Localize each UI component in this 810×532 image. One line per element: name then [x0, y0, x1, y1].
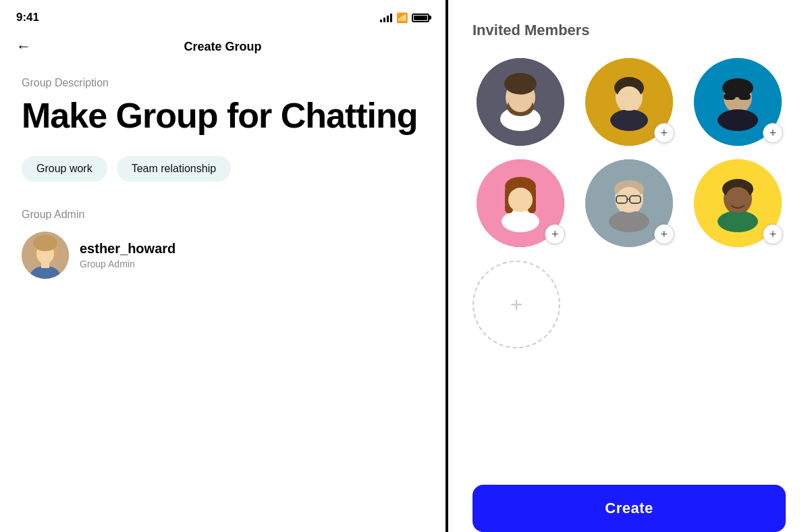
member-add-btn-4[interactable]: + — [545, 224, 565, 244]
page-title: Create Group — [184, 40, 261, 54]
svg-rect-5 — [41, 261, 49, 268]
svg-rect-22 — [738, 93, 751, 100]
member-item-2: + — [581, 58, 676, 146]
invited-members-title: Invited Members — [473, 22, 786, 39]
signal-icon — [380, 13, 392, 22]
add-member-placeholder[interactable]: + — [473, 261, 560, 348]
main-heading: Make Group for Chatting — [22, 97, 424, 134]
svg-point-19 — [718, 109, 758, 131]
add-member-row: + — [473, 261, 786, 348]
create-button[interactable]: Create — [473, 485, 786, 532]
svg-point-43 — [725, 187, 751, 213]
member-avatar-1 — [477, 58, 564, 146]
status-icons: 📶 — [380, 12, 429, 23]
member-add-btn-6[interactable]: + — [763, 224, 783, 244]
tag-group-work[interactable]: Group work — [22, 156, 107, 182]
member-add-btn-5[interactable]: + — [654, 224, 674, 244]
group-description-label: Group Description — [22, 77, 424, 89]
admin-avatar — [22, 232, 69, 279]
svg-point-16 — [617, 86, 641, 111]
right-panel: Invited Members — [446, 0, 810, 532]
status-time: 9:41 — [16, 11, 39, 24]
svg-rect-21 — [724, 93, 736, 100]
member-item-5: + — [581, 159, 676, 247]
battery-icon — [412, 14, 429, 22]
content-area: Group Description Make Group for Chattin… — [0, 66, 446, 532]
svg-point-41 — [718, 211, 758, 232]
status-bar: 9:41 📶 — [0, 0, 446, 32]
admin-role: Group Admin — [80, 259, 176, 269]
wifi-icon: 📶 — [396, 12, 408, 23]
member-add-btn-3[interactable]: + — [763, 123, 783, 143]
member-item-1 — [473, 58, 568, 146]
svg-point-30 — [508, 188, 533, 212]
member-item-6: + — [691, 159, 786, 247]
svg-point-3 — [33, 235, 57, 251]
tag-team-relationship[interactable]: Team relationship — [117, 156, 231, 182]
create-btn-wrapper: Create — [473, 485, 786, 532]
nav-bar: ← Create Group — [0, 32, 446, 66]
member-item-4: + — [473, 159, 568, 247]
tags-row: Group work Team relationship — [22, 156, 424, 182]
left-panel: 9:41 📶 ← Create Group Group Description … — [0, 0, 446, 532]
svg-point-26 — [502, 211, 539, 232]
member-add-btn-2[interactable]: + — [654, 123, 674, 143]
admin-avatar-svg — [22, 232, 69, 279]
members-grid: + + — [473, 58, 786, 247]
back-button[interactable]: ← — [16, 38, 31, 55]
admin-section-label: Group Admin — [22, 209, 424, 221]
admin-name: esther_howard — [80, 241, 176, 257]
svg-point-11 — [504, 73, 537, 95]
admin-info: esther_howard Group Admin — [80, 241, 176, 269]
admin-row: esther_howard Group Admin — [22, 232, 424, 279]
member-item-3: + — [691, 58, 786, 146]
add-placeholder-icon: + — [510, 292, 523, 317]
svg-point-33 — [609, 211, 649, 232]
svg-point-14 — [610, 109, 648, 131]
